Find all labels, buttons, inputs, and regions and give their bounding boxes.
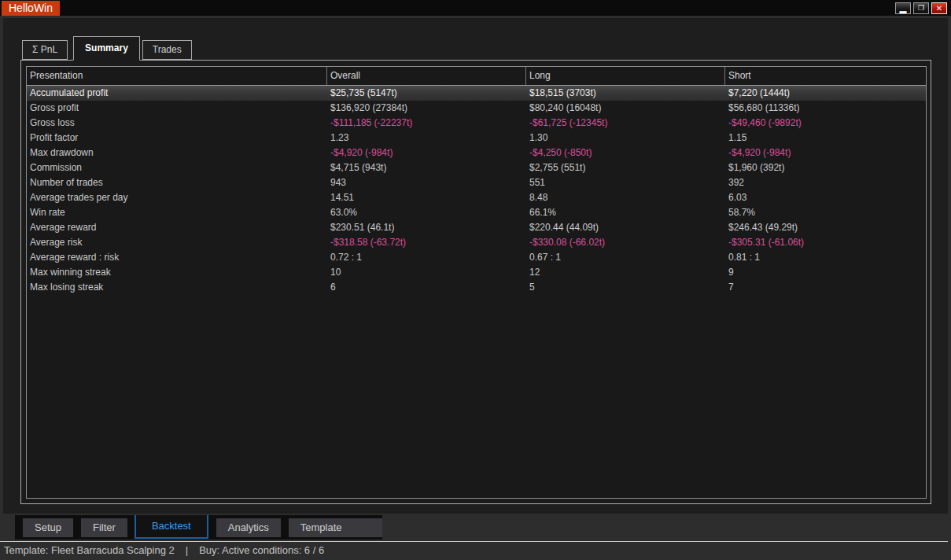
table-row[interactable]: Average trades per day14.518.486.03 — [27, 190, 926, 205]
row-label: Commission — [27, 160, 327, 175]
row-value-short: 1.15 — [725, 131, 926, 146]
row-value-long: -$330.08 (-66.02t) — [526, 235, 725, 250]
row-value-overall: -$318.58 (-63.72t) — [327, 235, 526, 250]
table-row[interactable]: Max winning streak10129 — [27, 265, 926, 280]
row-value-long: 66.1% — [526, 205, 725, 220]
row-value-short: 0.81 : 1 — [725, 250, 926, 265]
row-value-overall: 10 — [327, 265, 526, 280]
row-label: Accumulated profit — [27, 86, 327, 101]
top-tab-strip: Σ PnLSummaryTrades — [22, 36, 194, 60]
minimize-button[interactable]: ▬ — [895, 2, 911, 14]
row-value-overall: $4,715 (943t) — [327, 160, 526, 175]
row-value-short: -$305.31 (-61.06t) — [725, 235, 926, 250]
row-value-short: 9 — [725, 265, 926, 280]
bottom-tab-template-manager[interactable]: Template Manager — [289, 518, 382, 537]
row-value-short: 6.03 — [725, 190, 926, 205]
row-value-long: $220.44 (44.09t) — [526, 220, 725, 235]
row-value-overall: 6 — [327, 280, 526, 295]
row-label: Profit factor — [27, 131, 327, 146]
row-label: Max losing streak — [27, 280, 327, 295]
table-row[interactable]: Average reward : risk0.72 : 10.67 : 10.8… — [27, 250, 926, 265]
table-row[interactable]: Win rate63.0%66.1%58.7% — [27, 205, 926, 220]
row-value-overall: -$111,185 (-22237t) — [327, 116, 526, 131]
bottom-tab-setup[interactable]: Setup — [23, 518, 73, 537]
table-row[interactable]: Commission$4,715 (943t)$2,755 (551t)$1,9… — [27, 160, 926, 175]
column-header-long[interactable]: Long — [526, 67, 725, 85]
table-row[interactable]: Max drawdown-$4,920 (-984t)-$4,250 (-850… — [27, 146, 926, 160]
summary-table: PresentationOverallLongShort Accumulated… — [26, 66, 927, 499]
row-label: Win rate — [27, 205, 327, 220]
close-button[interactable]: ✕ — [931, 2, 947, 14]
row-value-long: -$4,250 (-850t) — [526, 146, 725, 160]
row-value-overall: 1.23 — [327, 131, 526, 146]
table-row[interactable]: Profit factor1.231.301.15 — [27, 131, 926, 146]
row-value-overall: $25,735 (5147t) — [327, 86, 526, 101]
maximize-icon: ❐ — [918, 4, 924, 12]
row-label: Number of trades — [27, 175, 327, 190]
window-controls: ▬ ❐ ✕ — [895, 2, 947, 14]
row-value-overall: -$4,920 (-984t) — [327, 146, 526, 160]
row-value-overall: 943 — [327, 175, 526, 190]
row-label: Average trades per day — [27, 190, 327, 205]
row-value-overall: 63.0% — [327, 205, 526, 220]
table-row[interactable]: Average reward$230.51 (46.1t)$220.44 (44… — [27, 220, 926, 235]
status-bar: Template: Fleet Barracuda Scalping 2|Buy… — [0, 542, 951, 560]
row-value-long: $2,755 (551t) — [526, 160, 725, 175]
row-value-overall: 0.72 : 1 — [327, 250, 526, 265]
status-separator: | — [186, 544, 188, 556]
row-value-short: $56,680 (11336t) — [725, 101, 926, 116]
column-header-overall[interactable]: Overall — [327, 67, 526, 85]
row-value-short: 392 — [725, 175, 926, 190]
tab-summary[interactable]: Summary — [73, 36, 140, 61]
column-header-presentation[interactable]: Presentation — [27, 67, 327, 85]
column-header-short[interactable]: Short — [725, 67, 926, 85]
row-value-long: $80,240 (16048t) — [526, 101, 725, 116]
bottom-tab-filter[interactable]: Filter — [81, 518, 127, 537]
table-row[interactable]: Accumulated profit$25,735 (5147t)$18,515… — [27, 86, 926, 101]
tab-trades[interactable]: Trades — [142, 40, 192, 60]
row-value-long: -$61,725 (-12345t) — [526, 116, 725, 131]
status-conditions: Buy: Active conditions: 6 / 6 — [199, 544, 324, 556]
row-value-short: -$4,920 (-984t) — [725, 146, 926, 160]
row-value-long: 8.48 — [526, 190, 725, 205]
row-value-short: $246.43 (49.29t) — [725, 220, 926, 235]
row-value-short: $7,220 (1444t) — [725, 86, 926, 101]
row-value-long: 12 — [526, 265, 725, 280]
status-template: Template: Fleet Barracuda Scalping 2 — [4, 544, 175, 556]
row-value-short: $1,960 (392t) — [725, 160, 926, 175]
table-row[interactable]: Average risk-$318.58 (-63.72t)-$330.08 (… — [27, 235, 926, 250]
table-body: Accumulated profit$25,735 (5147t)$18,515… — [27, 86, 926, 295]
table-row[interactable]: Gross loss-$111,185 (-22237t)-$61,725 (-… — [27, 116, 926, 131]
row-value-short: 7 — [725, 280, 926, 295]
app-title: HelloWin — [2, 1, 60, 16]
row-label: Max winning streak — [27, 265, 327, 280]
row-value-short: -$49,460 (-9892t) — [725, 116, 926, 131]
row-label: Average reward — [27, 220, 327, 235]
minimize-icon: ▬ — [896, 6, 910, 17]
row-label: Gross loss — [27, 116, 327, 131]
row-value-overall: $230.51 (46.1t) — [327, 220, 526, 235]
bottom-tab-analytics[interactable]: Analytics — [216, 518, 281, 537]
table-row[interactable]: Max losing streak657 — [27, 280, 926, 295]
row-value-long: 0.67 : 1 — [526, 250, 725, 265]
row-value-short: 58.7% — [725, 205, 926, 220]
row-label: Gross profit — [27, 101, 327, 116]
bottom-tab-strip: SetupFilterBacktestAnalyticsTemplate Man… — [15, 515, 382, 540]
row-label: Average reward : risk — [27, 250, 327, 265]
title-bar: HelloWin ▬ ❐ ✕ — [0, 0, 951, 16]
bottom-tab-backtest[interactable]: Backtest — [135, 515, 208, 539]
row-value-long: 1.30 — [526, 131, 725, 146]
close-icon: ✕ — [936, 4, 942, 13]
row-value-long: $18,515 (3703t) — [526, 86, 725, 101]
maximize-button[interactable]: ❐ — [913, 2, 929, 14]
tab--pnl[interactable]: Σ PnL — [22, 40, 68, 60]
table-header-row: PresentationOverallLongShort — [27, 67, 926, 86]
table-row[interactable]: Number of trades943551392 — [27, 175, 926, 190]
window-frame-edge — [948, 16, 951, 560]
table-row[interactable]: Gross profit$136,920 (27384t)$80,240 (16… — [27, 101, 926, 116]
row-value-overall: 14.51 — [327, 190, 526, 205]
row-value-long: 551 — [526, 175, 725, 190]
row-value-overall: $136,920 (27384t) — [327, 101, 526, 116]
row-value-long: 5 — [526, 280, 725, 295]
row-label: Max drawdown — [27, 146, 327, 160]
